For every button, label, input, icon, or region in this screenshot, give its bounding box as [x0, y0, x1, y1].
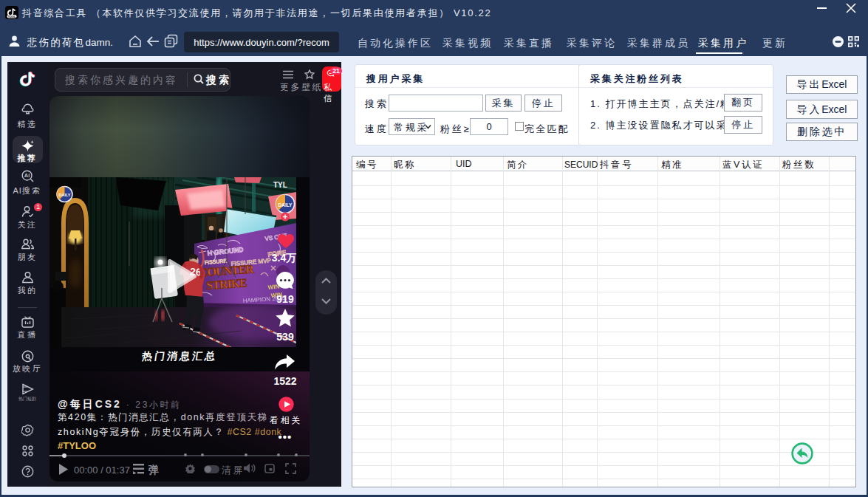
svg-text:DAILY: DAILY	[59, 193, 71, 197]
svg-text:TOOL: TOOL	[8, 16, 16, 18]
svg-text:DAILY: DAILY	[278, 202, 293, 208]
svg-text:TYL: TYL	[273, 181, 287, 189]
svg-text:Ai: Ai	[24, 172, 30, 179]
